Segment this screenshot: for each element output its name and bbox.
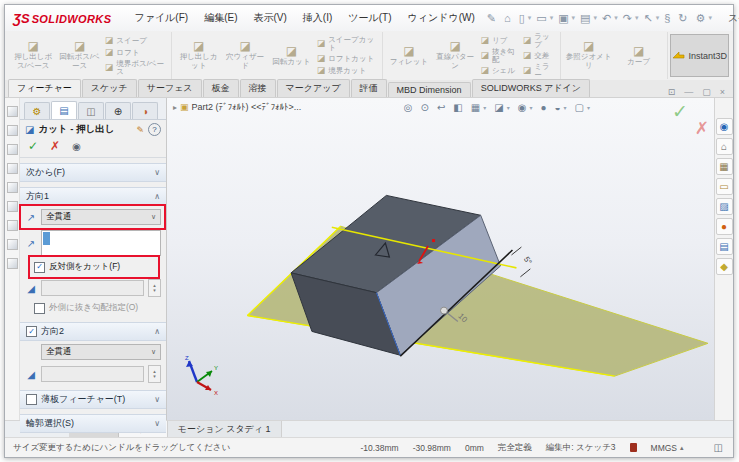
redo-icon[interactable]: ↷ bbox=[620, 12, 635, 25]
appearances-scenes-icon[interactable]: ● bbox=[716, 218, 733, 235]
view-settings-caret[interactable]: ▾ bbox=[587, 104, 590, 111]
breadcrumb-arrow-icon[interactable]: ▸ bbox=[173, 103, 177, 112]
display-style-caret[interactable]: ▾ bbox=[507, 104, 510, 111]
dimxpertmanager-tab[interactable]: ⊕ bbox=[105, 102, 131, 119]
direction2-section-header[interactable]: ✓ 方向2 ∧ bbox=[20, 322, 166, 341]
draft-outward-checkbox[interactable] bbox=[34, 303, 45, 314]
from-section-header[interactable]: 次から(F) ∨ bbox=[20, 163, 166, 182]
options-caret[interactable]: ▾ bbox=[708, 14, 712, 22]
3d-scene[interactable]: 5° 10 bbox=[167, 116, 714, 425]
home-icon[interactable]: ⌂ bbox=[501, 12, 514, 24]
direction-reference-icon[interactable]: ↗ bbox=[25, 238, 37, 249]
tab-markup[interactable]: マークアップ bbox=[277, 79, 350, 97]
thin-feature-section-header[interactable]: 薄板フィーチャー(T) ∨ bbox=[20, 390, 166, 409]
wrap-button[interactable]: ◪ラップ bbox=[523, 33, 555, 48]
zoom-area-icon[interactable]: ⊙ bbox=[421, 102, 429, 113]
open-document-icon[interactable]: ▭ bbox=[533, 12, 549, 25]
doc-minimize-icon[interactable]: — bbox=[684, 87, 693, 97]
displaymanager-tab[interactable]: ◑ bbox=[132, 102, 158, 119]
new-document-icon[interactable]: ▯ bbox=[516, 12, 528, 25]
boundary-boss-button[interactable]: ◪境界ボス/ベース bbox=[105, 60, 167, 75]
select-caret[interactable]: ▾ bbox=[656, 14, 660, 22]
hole-wizard-button[interactable]: ◪穴ウィザード bbox=[224, 40, 266, 70]
graphics-viewport[interactable]: ▸ ▣ Part2 (ﾃﾞﾌｫﾙﾄ) <<ﾃﾞﾌｫﾙﾄ>... ◎ ⊙ ↩ ◧ … bbox=[167, 98, 714, 420]
reference-geometry-button[interactable]: ◪参照ジオメトリ bbox=[566, 40, 612, 70]
extrude-boss-button[interactable]: ◪押し出しボス/ベース bbox=[12, 40, 54, 70]
view-palette-icon[interactable]: ▨ bbox=[716, 198, 733, 215]
print-caret[interactable]: ▾ bbox=[594, 14, 598, 22]
flip-side-checkbox[interactable]: ✓ bbox=[34, 262, 45, 273]
undo-caret[interactable]: ▾ bbox=[614, 14, 618, 22]
tab-features[interactable]: フィーチャー bbox=[8, 79, 81, 97]
extrude-cut-button[interactable]: ◪押し出しカット bbox=[177, 40, 219, 70]
revolve-boss-button[interactable]: ◪回転ボス/ベース bbox=[58, 40, 100, 70]
attach-icon[interactable]: § bbox=[661, 12, 673, 24]
featuremanager-tab[interactable]: ⚙ bbox=[24, 102, 50, 119]
doc-close-icon[interactable]: × bbox=[720, 87, 725, 97]
zoom-fit-icon[interactable]: ◎ bbox=[404, 102, 413, 113]
open-caret[interactable]: ▾ bbox=[550, 14, 554, 22]
boundary-cut-button[interactable]: ◪境界カット bbox=[317, 66, 377, 75]
view-orientation-icon[interactable]: ▦ bbox=[471, 102, 480, 113]
curves-button[interactable]: ◪カーブ bbox=[616, 45, 662, 67]
drag-handle[interactable] bbox=[440, 307, 447, 314]
rebuild-icon[interactable]: ↻ bbox=[675, 12, 690, 25]
direction1-section-header[interactable]: 方向1 ∧ bbox=[20, 187, 166, 206]
status-display-icon[interactable]: ◫ bbox=[714, 442, 723, 453]
end-condition2-combobox[interactable]: 全貫通 ∨ bbox=[41, 344, 161, 360]
section-view-icon[interactable]: ◧ bbox=[453, 102, 462, 113]
view-orientation-caret[interactable]: ▾ bbox=[483, 104, 486, 111]
feature-flyout-icon[interactable] bbox=[7, 239, 18, 250]
addins-icon[interactable]: ◆ bbox=[716, 258, 733, 275]
preview-eye-icon[interactable]: ◉ bbox=[72, 141, 81, 152]
feature-flyout-icon[interactable] bbox=[7, 220, 18, 231]
mirror-button[interactable]: ◪ミラー bbox=[523, 63, 555, 78]
tab-surfaces[interactable]: サーフェス bbox=[138, 79, 202, 97]
pm-help-icon[interactable]: ? bbox=[148, 123, 161, 136]
direction2-checkbox[interactable]: ✓ bbox=[26, 326, 37, 337]
menu-window[interactable]: ウィンドウ(W) bbox=[401, 8, 482, 28]
breadcrumb[interactable]: Part2 (ﾃﾞﾌｫﾙﾄ) <<ﾃﾞﾌｫﾙﾄ>... bbox=[192, 102, 302, 112]
tab-sketch[interactable]: スケッチ bbox=[82, 79, 137, 97]
menu-edit[interactable]: 編集(E) bbox=[197, 8, 244, 28]
shell-button[interactable]: ◪シェル bbox=[480, 66, 518, 75]
hide-show-caret[interactable]: ▾ bbox=[529, 104, 532, 111]
configurationmanager-tab[interactable]: ◫ bbox=[78, 102, 104, 119]
feature-flyout-icon[interactable] bbox=[7, 144, 18, 155]
menu-file[interactable]: ファイル(F) bbox=[127, 8, 195, 28]
feature-flyout-icon[interactable] bbox=[7, 163, 18, 174]
redo-caret[interactable]: ▾ bbox=[635, 14, 639, 22]
print-icon[interactable]: ▤ bbox=[577, 12, 593, 25]
display-style-icon[interactable]: ◪ bbox=[494, 102, 503, 113]
solidworks-resources-icon[interactable]: ◉ bbox=[716, 118, 733, 135]
confirmation-ok-icon[interactable]: ✓ bbox=[672, 100, 688, 123]
intersect-button[interactable]: ◪交差 bbox=[523, 51, 555, 60]
menu-view[interactable]: 表示(V) bbox=[246, 8, 293, 28]
sweep-cut-button[interactable]: ◪スイープカット bbox=[317, 36, 377, 51]
confirmation-cancel-icon[interactable]: ✗ bbox=[695, 118, 709, 139]
undo-icon[interactable]: ↶ bbox=[599, 12, 614, 25]
custom-properties-icon[interactable]: ▤ bbox=[716, 238, 733, 255]
rib-button[interactable]: ◪リブ bbox=[480, 36, 518, 45]
home-tab-icon[interactable]: ⌂ bbox=[716, 138, 733, 155]
instant3d-button[interactable]: Instant3D bbox=[670, 34, 729, 77]
end-condition1-combobox[interactable]: 全貫通 ∨ bbox=[41, 209, 161, 225]
edit-appearance-icon[interactable]: ● bbox=[540, 102, 546, 113]
tab-mbd-dimension[interactable]: MBD Dimension bbox=[388, 82, 471, 97]
options-gear-icon[interactable]: ⚙ bbox=[693, 12, 709, 25]
ok-button[interactable]: ✓ bbox=[28, 139, 38, 153]
draft1-spinner[interactable]: ▴▾ bbox=[148, 279, 161, 297]
draft1-input[interactable] bbox=[41, 280, 144, 296]
thin-feature-checkbox[interactable] bbox=[26, 394, 37, 405]
feature-flyout-icon[interactable] bbox=[7, 125, 18, 136]
apply-scene-icon[interactable]: ◒ bbox=[554, 102, 560, 113]
apply-scene-caret[interactable]: ▾ bbox=[564, 104, 567, 111]
design-library-icon[interactable]: ▦ bbox=[716, 158, 733, 175]
new-document-caret[interactable]: ▾ bbox=[528, 14, 532, 22]
direction-arrow-icon[interactable]: ↗ bbox=[25, 212, 37, 223]
revolve-cut-button[interactable]: ◪回転カット bbox=[270, 45, 312, 67]
draft2-spinner[interactable]: ▴▾ bbox=[148, 365, 161, 383]
feature-flyout-icon[interactable] bbox=[7, 182, 18, 193]
feature-flyout-icon[interactable] bbox=[7, 258, 18, 269]
file-explorer-icon[interactable]: ▭ bbox=[716, 178, 733, 195]
